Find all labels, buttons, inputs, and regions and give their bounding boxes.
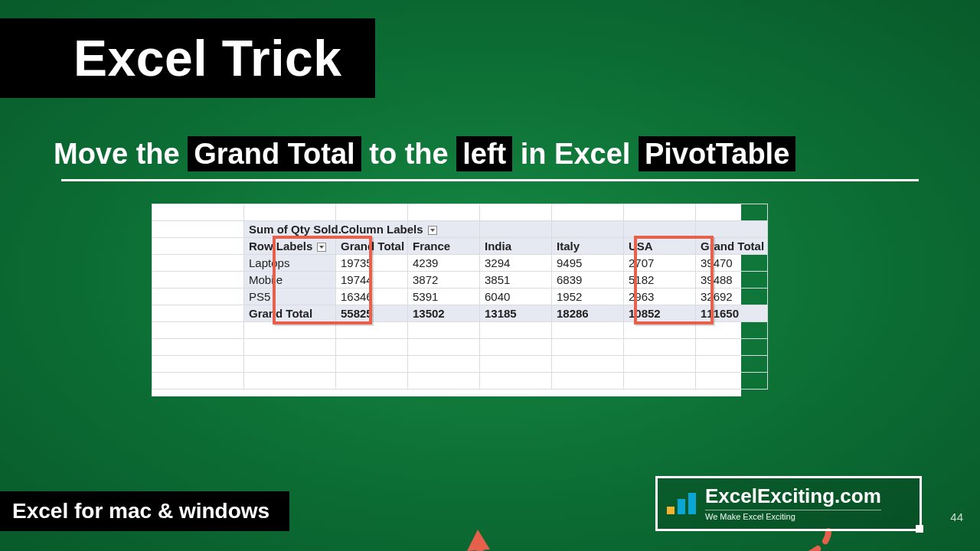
slide-subtitle: Move the Grand Total to the left in Exce… [54, 138, 926, 171]
cell: 6839 [552, 272, 624, 289]
row-labels-header: Row Labels [244, 238, 336, 255]
cell: 39488 [696, 272, 768, 289]
cell: 39470 [696, 255, 768, 272]
cell: 1952 [552, 289, 624, 305]
row-labels-text: Row Labels [249, 240, 312, 253]
column-header: Grand Total [696, 238, 768, 255]
footer-label: Excel for mac & windows [0, 491, 289, 531]
slide: Excel Trick Move the Grand Total to the … [0, 0, 980, 551]
table-row: Mobile 19744 3872 3851 6839 5182 39488 [152, 272, 768, 289]
column-labels-header: Column Labels [336, 221, 408, 238]
dropdown-icon[interactable] [317, 243, 326, 252]
cell: 18286 [552, 305, 624, 322]
column-header: France [408, 238, 480, 255]
column-header: Grand Total [336, 238, 408, 255]
table-row: Laptops 19735 4239 3294 9495 2707 39470 [152, 255, 768, 272]
brand-corner-marker [916, 525, 923, 533]
cell: 5182 [624, 272, 696, 289]
brand-badge: ExcelExciting.com We Make Excel Exciting [655, 476, 922, 531]
cell: 55825 [336, 305, 408, 322]
slide-title: Excel Trick [0, 18, 375, 98]
cell: 5391 [408, 289, 480, 305]
cell: 13502 [408, 305, 480, 322]
cell: 19744 [336, 272, 408, 289]
row-label: Laptops [244, 255, 336, 272]
dropdown-icon[interactable] [428, 226, 437, 235]
cell: 6040 [480, 289, 552, 305]
brand-bars-icon [667, 493, 696, 514]
subtitle-highlight: left [456, 136, 512, 171]
column-header: India [480, 238, 552, 255]
cell: 2707 [624, 255, 696, 272]
cell: 3851 [480, 272, 552, 289]
grand-total-label: Grand Total [244, 305, 336, 322]
row-label: Mobile [244, 272, 336, 289]
column-labels-text: Column Labels [341, 223, 423, 236]
table-row: PS5 16346 5391 6040 1952 2963 32692 [152, 289, 768, 305]
brand-name: ExcelExciting.com [705, 486, 881, 507]
cell: 9495 [552, 255, 624, 272]
divider [61, 179, 919, 181]
cell: 2963 [624, 289, 696, 305]
cell: 10852 [624, 305, 696, 322]
column-header: USA [624, 238, 696, 255]
subtitle-part: in Excel [512, 138, 639, 170]
cell: 19735 [336, 255, 408, 272]
brand-tagline: We Make Excel Exciting [705, 510, 881, 522]
cell: 111650 [696, 305, 768, 322]
row-label: PS5 [244, 289, 336, 305]
svg-marker-0 [467, 530, 490, 551]
cell: 16346 [336, 289, 408, 305]
page-number: 44 [950, 510, 963, 523]
column-header: Italy [552, 238, 624, 255]
cell: 13185 [480, 305, 552, 322]
pivot-corner: Sum of Qty Sold. [244, 221, 336, 238]
subtitle-highlight: PivotTable [639, 136, 795, 171]
cell: 3872 [408, 272, 480, 289]
grand-total-row: Grand Total 55825 13502 13185 18286 1085… [152, 305, 768, 322]
pivot-table-screenshot: Sum of Qty Sold. Column Labels Row Label… [152, 204, 741, 396]
cell: 3294 [480, 255, 552, 272]
subtitle-part: to the [361, 138, 457, 170]
pivot-table: Sum of Qty Sold. Column Labels Row Label… [152, 204, 768, 390]
cell: 32692 [696, 289, 768, 305]
cell: 4239 [408, 255, 480, 272]
subtitle-highlight: Grand Total [188, 136, 361, 171]
subtitle-part: Move the [54, 138, 188, 170]
